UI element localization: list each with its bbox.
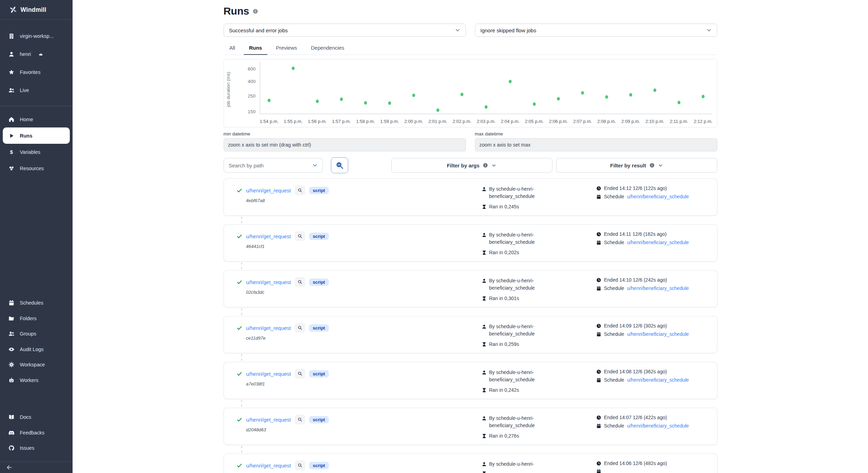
sidebar-collapse[interactable]	[0, 462, 73, 473]
sidebar-item-audit-logs[interactable]: Audit Logs	[3, 342, 70, 357]
user-icon	[482, 370, 487, 375]
chevron-down-icon	[455, 27, 460, 33]
run-path-link[interactable]: u/henri/get_request	[246, 233, 291, 239]
run-duration: Ran in 0,245s	[489, 203, 519, 210]
search-icon	[298, 325, 302, 330]
inspect-run-button[interactable]	[295, 231, 305, 241]
inspect-run-button[interactable]	[295, 460, 305, 470]
success-check-icon	[236, 233, 242, 239]
sidebar-item-variables[interactable]: Variables	[3, 144, 70, 160]
run-path-link[interactable]: u/henri/get_request	[246, 371, 291, 377]
eye-icon	[8, 346, 15, 352]
zoom-out-button[interactable]	[331, 157, 348, 173]
chevron-down-icon	[312, 163, 318, 168]
run-hash: ce11d97e	[246, 335, 482, 341]
triggered-by: By schedule-u-henri-	[489, 323, 534, 330]
run-card[interactable]: u/henri/get_request script ce11d97e By s…	[224, 316, 717, 353]
sidebar-item-feedbacks[interactable]: Feedbacks	[3, 425, 70, 441]
triggered-by: By schedule-u-henri-	[489, 277, 534, 284]
sidebar-item-groups[interactable]: Groups	[3, 326, 70, 342]
tab-runs[interactable]: Runs	[244, 42, 267, 55]
sidebar-item-workers[interactable]: Workers	[3, 373, 70, 388]
svg-text:1:54 p.m.: 1:54 p.m.	[259, 119, 278, 124]
run-card[interactable]: u/henri/get_request script By schedule-u…	[224, 454, 717, 473]
flow-mode-select[interactable]: Ignore skipped flow jobs	[475, 24, 717, 37]
sidebar-item-runs[interactable]: Runs	[3, 127, 70, 144]
filter-by-args-button[interactable]: Filter by args	[391, 158, 552, 173]
chevron-down-icon	[706, 27, 712, 33]
page-title: Runs	[224, 5, 249, 17]
hourglass-icon	[482, 296, 487, 301]
tab-dependencies[interactable]: Dependencies	[306, 42, 350, 55]
run-hash: 4ebf67a8	[246, 198, 482, 203]
hourglass-icon	[482, 433, 487, 439]
sidebar-item-workspace-switcher[interactable]: virgin-worksp...	[3, 27, 70, 45]
book-icon	[8, 414, 15, 420]
sidebar-item-schedules[interactable]: Schedules	[3, 295, 70, 311]
run-hash: 02cfa3dc	[246, 290, 482, 295]
run-path-link[interactable]: u/henri/get_request	[246, 417, 291, 423]
sidebar-item-workspace-settings[interactable]: Workspace	[3, 357, 70, 373]
run-card[interactable]: u/henri/get_request script 4ebf67a8 By s…	[224, 179, 717, 216]
user-icon	[482, 186, 487, 192]
sidebar-item-home[interactable]: Home	[3, 111, 70, 127]
max-datetime-input[interactable]	[475, 138, 717, 151]
run-card[interactable]: u/henri/get_request script 02cfa3dc By s…	[224, 270, 717, 307]
main-area: Runs Successful and error jobs Ignore sk…	[73, 0, 868, 473]
sidebar-item-favorites[interactable]: Favorites	[3, 63, 70, 81]
run-path-link[interactable]: u/henri/get_request	[246, 463, 291, 468]
search-by-path-placeholder: Search by path	[229, 163, 264, 168]
run-path-link[interactable]: u/henri/get_request	[246, 279, 291, 285]
run-card[interactable]: u/henri/get_request script a7e038f1 By s…	[224, 362, 717, 399]
sidebar-item-live[interactable]: Live	[3, 81, 70, 99]
schedule-label: Schedule	[604, 285, 624, 291]
search-by-path-select[interactable]: Search by path	[224, 158, 323, 173]
svg-text:2:06 p.m.: 2:06 p.m.	[549, 119, 568, 124]
clock-icon	[596, 461, 601, 466]
schedule-path-link[interactable]: u/henri/beneficiary_schedule	[627, 331, 689, 337]
min-datetime-input[interactable]	[224, 138, 466, 151]
tab-previews[interactable]: Previews	[271, 42, 302, 55]
sidebar-item-folders[interactable]: Folders	[3, 311, 70, 326]
run-card[interactable]: u/henri/get_request script d2048d63 By s…	[224, 408, 717, 445]
tabs: All Runs Previews Dependencies	[224, 42, 717, 55]
sidebar-item-issues[interactable]: Issues	[3, 440, 70, 456]
flow-mode-value: Ignore skipped flow jobs	[481, 27, 536, 33]
run-path-link[interactable]: u/henri/get_request	[246, 188, 291, 193]
triggered-by-schedule: beneficiary_schedule	[489, 422, 596, 429]
triggered-by-schedule: beneficiary_schedule	[489, 239, 596, 246]
schedule-path-link[interactable]: u/henri/beneficiary_schedule	[627, 285, 689, 291]
inspect-run-button[interactable]	[295, 323, 305, 333]
inspect-run-button[interactable]	[295, 415, 305, 424]
schedule-path-link[interactable]: u/henri/beneficiary_schedule	[627, 240, 689, 245]
calendar-icon	[596, 194, 601, 199]
svg-text:2:09 p.m.: 2:09 p.m.	[621, 119, 640, 124]
filter-by-result-button[interactable]: Filter by result	[556, 158, 717, 173]
clock-icon	[596, 369, 601, 374]
run-card[interactable]: u/henri/get_request script 46441cf1 By s…	[224, 224, 717, 262]
calendar-icon	[596, 469, 601, 473]
schedule-path-link[interactable]: u/henri/beneficiary_schedule	[627, 423, 689, 429]
run-duration: Ran in 0,259s	[489, 341, 519, 348]
app-logo[interactable]: Windmill	[0, 0, 73, 20]
inspect-run-button[interactable]	[295, 185, 305, 195]
job-kind-badge: script	[309, 416, 329, 423]
inspect-run-button[interactable]	[295, 277, 305, 287]
svg-text:1:55 p.m.: 1:55 p.m.	[284, 119, 302, 124]
sidebar-item-resources[interactable]: Resources	[3, 160, 70, 176]
ended-at: Ended 14:08 12/6 (362s ago)	[604, 369, 667, 374]
svg-text:150: 150	[248, 109, 256, 114]
duration-scatter-chart[interactable]: 150250400600job duration (ms)1:54 p.m.1:…	[224, 59, 717, 127]
run-path-link[interactable]: u/henri/get_request	[246, 325, 291, 331]
row-connector	[224, 216, 717, 224]
schedule-path-link[interactable]: u/henri/beneficiary_schedule	[627, 377, 689, 383]
tab-all[interactable]: All	[224, 42, 241, 55]
job-kind-select[interactable]: Successful and error jobs	[224, 24, 466, 37]
user-icon	[482, 278, 487, 283]
schedule-path-link[interactable]: u/henri/beneficiary_schedule	[627, 194, 689, 199]
inspect-run-button[interactable]	[295, 369, 305, 379]
job-kind-badge: script	[309, 279, 329, 286]
sidebar-item-user[interactable]: henri	[3, 45, 70, 63]
sidebar-item-docs[interactable]: Docs	[3, 409, 70, 425]
info-icon	[649, 163, 655, 168]
